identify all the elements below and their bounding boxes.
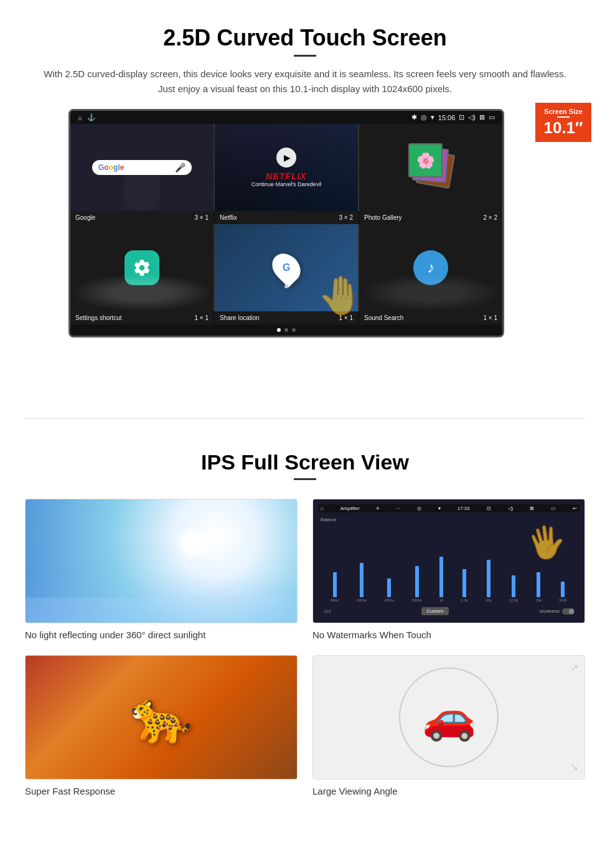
netflix-play-button[interactable]: ▶ [276,148,296,167]
settings-bg-glow [70,274,214,311]
amp-loudness-label: loudness [540,608,560,614]
amp-home-icon: ⌂ [321,506,324,511]
app-labels-row2: Settings shortcut 1 × 1 Share location 1… [70,311,502,324]
app-labels-row1: Google 3 × 1 Netflix 3 × 2 Photo Gallery… [70,211,502,224]
amp-time: 17:33 [458,506,470,511]
sunlight-bottom [26,598,297,623]
google-app-size: 3 × 1 [194,214,209,221]
map-pin-shadow [284,285,288,288]
app-cell-share-location[interactable]: G 🤚 [215,224,358,311]
navigation-dots [70,324,502,336]
amp-preset-label: Custom [421,607,449,615]
toggle-switch[interactable] [562,608,575,615]
status-bar-right: ✱ ◎ ▾ 15:06 ⊡ ◁) ⊠ ▭ [411,113,495,121]
settings-app-name: Settings shortcut [75,314,121,321]
map-icon: G [274,252,299,283]
nav-dot-2[interactable] [284,328,288,332]
feature-fast-response: 🐆 Super Fast Response [25,655,298,796]
amp-title: Amplifier [340,506,360,511]
eq-bar-10k: 10k [486,540,492,602]
car-circle-border: 🚗 [399,668,499,767]
window-icon: ▭ [489,113,495,121]
settings-content [70,224,214,311]
battery-icon: ⊠ [479,113,485,121]
google-cell-content: Google 🎤 [70,124,214,211]
watermarks-image: ⌂ Amplifier ≡ ··· ◎ ▾ 17:33 ⊡ ◁) ⊠ ▭ ↩ [312,499,585,623]
feature-watermarks: ⌂ Amplifier ≡ ··· ◎ ▾ 17:33 ⊡ ◁) ⊠ ▭ ↩ [312,499,585,640]
eq-bar-60hz: 60hz [331,540,339,602]
app-cell-sound-search[interactable]: ♪ [359,224,502,311]
device-screen: ⌂ ⚓ ✱ ◎ ▾ 15:06 ⊡ ◁) ⊠ ▭ [68,109,504,337]
section2-underline [294,478,316,480]
amp-cam: ⊡ [487,506,491,511]
angle-arrow-1: ↗ [570,662,578,674]
netflix-logo: NETFLIX [266,171,306,181]
app-cell-google[interactable]: Google 🎤 [70,124,214,211]
eq-bar-value-15k [537,572,540,597]
eq-label-10k: 10k [486,598,492,602]
sound-app-size: 1 × 1 [483,314,497,321]
google-search-bar[interactable]: Google 🎤 [92,160,192,175]
sunlight-visual [26,499,297,623]
app-cell-netflix[interactable]: ▶ NETFLIX Continue Marvel's Daredevil [215,124,358,211]
section-ips: IPS Full Screen View No light reflecting… [0,438,610,821]
photo-app-name: Photo Gallery [364,214,402,221]
app-grid-bottom: G 🤚 [70,224,502,311]
sound-bg-glow [359,274,502,311]
netflix-app-name: Netflix [220,214,237,221]
eq-bar-value-2k5 [462,569,466,597]
wifi-icon: ▾ [431,113,434,121]
nav-dot-3[interactable] [292,328,296,332]
screen-size-label: Screen Size [543,108,584,115]
car-visual: 🚗 ↗ ↘ [313,656,584,779]
netflix-content: ▶ NETFLIX Continue Marvel's Daredevil [215,124,358,211]
app-cell-settings[interactable] [70,224,214,311]
sunlight-label: No light reflecting under 360° direct su… [25,630,298,640]
eq-freq-labels: Balance [318,516,580,523]
app-cell-photo-gallery[interactable]: 🌸 [359,124,502,211]
section2-title: IPS Full Screen View [25,450,585,474]
section1-title: 2.5D Curved Touch Screen [37,25,573,51]
features-grid: No light reflecting under 360° direct su… [25,499,585,796]
flower-image: 🌸 [416,152,435,169]
photo-app-size: 2 × 2 [483,214,497,221]
section-divider [25,418,585,419]
amp-header: ⌂ Amplifier ≡ ··· ◎ ▾ 17:33 ⊡ ◁) ⊠ ▭ ↩ [318,504,580,512]
sunlight-image [25,499,298,623]
viewing-angle-label: Large Viewing Angle [312,786,585,796]
fast-response-label: Super Fast Response [25,786,298,796]
eq-label-500hz: 500hz [412,598,422,602]
screen-size-value: 10.1″ [543,118,583,137]
eq-bar-12k5: 12.5k [509,540,518,602]
amp-back-btn: ◁◁ [323,608,331,614]
amp-location-icon: ◎ [417,506,421,511]
eq-bar-value-100hz [360,563,364,597]
share-bg: G 🤚 [215,224,358,311]
nav-dot-1[interactable] [277,328,281,332]
amp-vol: ◁) [508,506,514,511]
usb-icon: ⚓ [87,113,96,121]
eq-bar-value-1k [439,557,443,597]
amp-bat: ⊠ [530,506,534,511]
cheetah-emoji: 🐆 [130,688,192,747]
eq-label-200hz: 200hz [384,598,394,602]
map-pin: G [266,248,306,288]
screen-size-badge: Screen Size 10.1″ [535,103,591,142]
sound-app-name: Sound Search [364,314,403,321]
status-bar: ⌂ ⚓ ✱ ◎ ▾ 15:06 ⊡ ◁) ⊠ ▭ [70,111,502,124]
settings-label: Settings shortcut 1 × 1 [70,311,214,324]
amp-back: ↩ [573,506,577,511]
eq-bar-500hz: 500hz [412,540,422,602]
section1-description: With 2.5D curved-display screen, this de… [37,67,573,97]
share-location-content: G 🤚 [215,224,358,311]
title-underline [294,55,316,57]
netflix-subtitle: Continue Marvel's Daredevil [251,181,321,187]
amplifier-visual: ⌂ Amplifier ≡ ··· ◎ ▾ 17:33 ⊡ ◁) ⊠ ▭ ↩ [313,499,584,623]
eq-bar-200hz: 200hz [384,540,394,602]
bluetooth-icon: ✱ [411,113,417,121]
play-icon: ▶ [284,153,291,163]
feature-sunlight: No light reflecting under 360° direct su… [25,499,298,640]
car-top-icon: 🚗 [422,692,476,743]
eq-bar-value-12k5 [512,575,515,597]
angle-arrow-2: ↘ [570,761,578,773]
